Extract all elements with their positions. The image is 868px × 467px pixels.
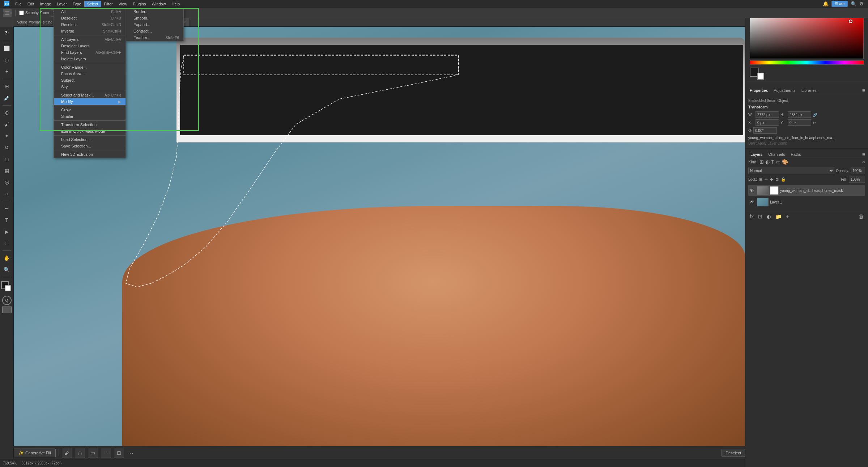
healing-brush-tool[interactable]: ⊕	[1, 107, 12, 118]
scrubby-zoom-checkbox[interactable]	[19, 10, 24, 15]
select-save-selection[interactable]: Save Selection...	[54, 143, 125, 149]
layer-1-visibility[interactable]: 👁	[750, 200, 756, 205]
layer-row-0[interactable]: 👁 young_woman_sit...headphones_mask	[748, 185, 865, 196]
mask-bottom-btn[interactable]: ⊡	[114, 448, 124, 458]
modify-feather[interactable]: Feather... Shift+F6	[126, 34, 183, 41]
modify-border[interactable]: Border...	[126, 8, 183, 15]
add-style-btn[interactable]: fx	[748, 213, 755, 220]
menu-view[interactable]: View	[116, 1, 130, 7]
fill-input[interactable]	[849, 176, 865, 183]
filter-smart-icon[interactable]: 🎨	[782, 159, 788, 165]
zoom-tool[interactable]: 🔍	[1, 264, 12, 275]
select-transform-selection[interactable]: Transform Selection	[54, 121, 125, 128]
menu-edit[interactable]: Edit	[25, 1, 37, 7]
select-subject[interactable]: Subject	[54, 77, 125, 83]
select-edit-quick-mask[interactable]: Edit in Quick Mask Mode	[54, 128, 125, 134]
lock-position-icon[interactable]: ✚	[770, 177, 773, 182]
dodge-tool[interactable]: ○	[1, 188, 12, 199]
x-input[interactable]	[756, 119, 779, 126]
eraser-tool[interactable]: ◻	[1, 154, 12, 164]
lasso-bottom-btn[interactable]: ◌	[75, 448, 85, 458]
blur-tool[interactable]: ◎	[1, 177, 12, 188]
layers-panel-menu[interactable]: ≡	[862, 151, 865, 157]
blend-mode-select[interactable]: Normal	[748, 167, 834, 174]
link-dimensions-icon[interactable]: 🔗	[813, 113, 817, 117]
select-new-3d-extrusion[interactable]: New 3D Extrusion	[54, 151, 125, 158]
add-adjustment-btn[interactable]: ◐	[765, 213, 773, 220]
brush-bottom-btn[interactable]: 🖌	[62, 448, 72, 458]
adjustments-tab[interactable]: Adjustments	[772, 87, 797, 93]
select-deselect-layers[interactable]: Deselect Layers	[54, 43, 125, 49]
history-brush-tool[interactable]: ↺	[1, 142, 12, 153]
select-load-selection[interactable]: Load Selection...	[54, 136, 125, 143]
menu-layer[interactable]: Layer	[54, 1, 70, 7]
quick-mask-btn[interactable]: Q	[2, 296, 12, 305]
menu-plugins[interactable]: Plugins	[130, 1, 149, 7]
path-selection-tool[interactable]: ▶	[1, 226, 12, 237]
shape-tool[interactable]: □	[1, 238, 12, 249]
select-inverse[interactable]: Inverse Shift+Ctrl+I	[54, 28, 125, 34]
layer-0-visibility[interactable]: 👁	[750, 188, 756, 193]
select-deselect[interactable]: Deselect Ctrl+D	[54, 15, 125, 21]
menu-help[interactable]: Help	[169, 1, 183, 7]
filter-type-icon[interactable]: ⊞	[760, 159, 764, 165]
filter-toggle[interactable]: ○	[862, 159, 865, 165]
notification-icon[interactable]: 🔔	[823, 1, 829, 7]
menu-ps[interactable]: Ps	[1, 0, 12, 8]
select-modify[interactable]: Modify ▶	[54, 98, 125, 105]
props-panel-menu[interactable]: ≡	[862, 87, 865, 93]
add-group-btn[interactable]: 📁	[774, 213, 783, 220]
more-bottom-btn[interactable]: ⋯	[127, 449, 133, 457]
lock-all-icon[interactable]: 🔒	[781, 177, 786, 182]
menu-select[interactable]: Select	[84, 1, 101, 7]
select-sky[interactable]: Sky	[54, 83, 125, 90]
color-gradient-picker[interactable]	[750, 12, 864, 59]
brush-tool[interactable]: 🖌	[1, 119, 12, 130]
add-mask-btn[interactable]: ⊡	[757, 213, 764, 220]
share-button[interactable]: Share	[831, 1, 848, 7]
modify-expand[interactable]: Expand...	[126, 21, 183, 28]
paths-tab[interactable]: Paths	[789, 151, 803, 157]
eyedropper-tool[interactable]: 💉	[1, 93, 12, 103]
invert-bottom-btn[interactable]: ↔	[101, 448, 111, 458]
lasso-tool[interactable]: ◌	[1, 55, 12, 65]
transform-options-icon[interactable]: ↩	[813, 121, 816, 125]
filter-text-icon[interactable]: T	[771, 159, 774, 165]
filter-adj-icon[interactable]: ◐	[765, 159, 770, 165]
magic-wand-tool[interactable]: ✦	[1, 66, 12, 77]
hand-tool[interactable]: ✋	[1, 253, 12, 264]
properties-tab[interactable]: Properties	[748, 87, 769, 93]
modify-contract[interactable]: Contract...	[126, 28, 183, 34]
clone-stamp-tool[interactable]: ✦	[1, 130, 12, 141]
menu-window[interactable]: Window	[149, 1, 169, 7]
background-color-swatch[interactable]	[5, 285, 11, 291]
y-input[interactable]	[788, 119, 811, 126]
pen-tool[interactable]: ✒	[1, 203, 12, 214]
rect-bottom-btn[interactable]: ▭	[88, 448, 98, 458]
scrubby-zoom-label[interactable]: Scrubby Zoom	[19, 10, 49, 15]
select-focus-area[interactable]: Focus Area...	[54, 70, 125, 77]
add-layer-btn[interactable]: +	[784, 213, 790, 220]
width-input[interactable]	[756, 111, 779, 118]
deselect-button[interactable]: Deselect	[722, 449, 745, 457]
menu-image[interactable]: Image	[37, 1, 54, 7]
select-and-mask[interactable]: Select and Mask... Alt+Ctrl+R	[54, 92, 125, 98]
delete-layer-btn[interactable]: 🗑	[857, 213, 865, 220]
select-color-range[interactable]: Color Range...	[54, 64, 125, 70]
select-find-layers[interactable]: Find Layers Alt+Shift+Ctrl+F	[54, 49, 125, 56]
tool-options-icon[interactable]	[3, 9, 12, 17]
gradient-tool[interactable]: ▦	[1, 165, 12, 176]
select-isolate-layers[interactable]: Isolate Layers	[54, 56, 125, 62]
layers-tab[interactable]: Layers	[748, 151, 765, 157]
opacity-input[interactable]	[851, 167, 865, 174]
screen-mode-btn[interactable]	[2, 307, 12, 313]
layer-row-1[interactable]: 👁 Layer 1	[748, 197, 865, 207]
channels-tab[interactable]: Channels	[766, 151, 787, 157]
lock-artboard-icon[interactable]: ⊠	[775, 177, 779, 182]
menu-file[interactable]: File	[12, 1, 25, 7]
angle-input[interactable]	[753, 127, 777, 134]
filter-shape-icon[interactable]: ▭	[776, 159, 780, 165]
modify-smooth[interactable]: Smooth...	[126, 15, 183, 21]
type-tool[interactable]: T	[1, 215, 12, 226]
height-input[interactable]	[788, 111, 811, 118]
